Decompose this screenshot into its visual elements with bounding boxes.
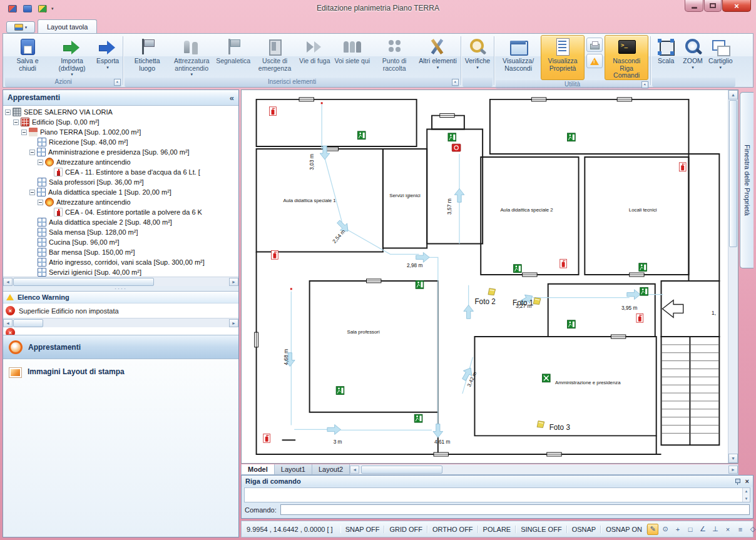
emergency-exit-icon[interactable] — [357, 131, 365, 140]
titlebar[interactable]: ▾ Editazione planimetria Piano TERRA × — [0, 0, 756, 19]
status-toggle-grid-off[interactable]: GRID OFF — [384, 526, 427, 533]
osnap-angle-icon[interactable]: ∠ — [697, 524, 708, 535]
expander-icon[interactable] — [38, 200, 43, 205]
tree-item[interactable]: Attrezzature antincendio — [3, 197, 238, 207]
scrollbar-thumb[interactable] — [361, 466, 442, 474]
tree-item[interactable]: Sala mensa [Sup. 128,00 m²] — [3, 227, 238, 237]
attrezzatura-antincendio-button[interactable]: Attrezzatura antincendio▾ — [170, 35, 213, 78]
assembly-point-icon[interactable] — [542, 374, 550, 382]
close-icon[interactable]: × — [745, 477, 749, 485]
command-panel-header[interactable]: Riga di comando × — [242, 476, 753, 487]
emergency-exit-icon[interactable] — [568, 320, 576, 329]
scroll-down-icon[interactable]: ▼ — [745, 497, 748, 501]
tab-layout-tavola[interactable]: Layout tavola — [38, 19, 97, 34]
tree-horizontal-scrollbar[interactable]: ◄ ► — [3, 277, 238, 286]
emergency-exit-icon[interactable] — [639, 263, 647, 272]
collapse-panel-button[interactable]: « — [230, 93, 234, 103]
warning-item-clipped[interactable]: × — [3, 327, 238, 335]
tree-item[interactable]: Ricezione [Sup. 48,00 m²] — [3, 137, 238, 147]
canvas-tab-model[interactable]: Model — [242, 464, 275, 474]
warning-item[interactable]: ×Superficie Edificio non impostata — [3, 303, 238, 318]
warning-horizontal-scrollbar[interactable]: ◄ ► — [3, 318, 238, 327]
etichetta-luogo-button[interactable]: Etichetta luogo — [125, 35, 169, 78]
expander-icon[interactable] — [5, 110, 11, 115]
importa-button[interactable]: Importa (dxf/dwg)▾ — [50, 35, 94, 78]
task-button-immagini-layout[interactable]: Immagini Layout di stampa — [3, 359, 238, 537]
maximize-button[interactable] — [704, 0, 722, 12]
altri-elementi-button[interactable]: Altri elementi▾ — [417, 35, 459, 78]
canvas-tab-layout1[interactable]: Layout1 — [275, 464, 312, 474]
status-toggle-osnap-on[interactable]: OSNAP ON — [601, 526, 647, 533]
panel-splitter[interactable]: ···· — [3, 286, 238, 291]
scroll-down-icon[interactable]: ▼ — [728, 454, 738, 463]
dialog-launcher-icon[interactable]: ▸ — [114, 79, 121, 86]
salva-e-chiudi-button[interactable]: Salva e chiudi — [6, 35, 49, 78]
emergency-exit-icon[interactable] — [448, 133, 456, 141]
scrollbar-thumb[interactable] — [729, 100, 737, 247]
tree-item[interactable]: Edificio [Sup. 0,00 m²] — [3, 117, 238, 127]
canvas-vertical-scrollbar[interactable]: ▲ ▼ — [728, 90, 738, 463]
emergency-exit-icon[interactable] — [414, 414, 422, 422]
qat-dropdown-icon[interactable]: ▾ — [51, 6, 54, 11]
osnap-center-icon[interactable]: ⊙ — [660, 524, 671, 535]
osnap-endpoint-icon[interactable]: □ — [685, 524, 696, 535]
expander-icon[interactable] — [21, 130, 27, 135]
task-button-apprestamenti[interactable]: Apprestamenti — [3, 335, 238, 359]
photo-icon[interactable] — [537, 421, 544, 428]
esporta-button[interactable]: Esporta▾ — [94, 35, 121, 78]
punto-di-raccolta-button[interactable]: Punto di raccolta — [372, 35, 416, 78]
tree-item[interactable]: Amministrazione e presidenza [Sup. 96,00… — [3, 147, 238, 157]
tree-item[interactable]: Aula didattica speciale 1 [Sup. 20,00 m²… — [3, 187, 238, 197]
visualizza-proprieta-button[interactable]: Visualizza Proprietà — [541, 35, 585, 80]
quick-save-button-button[interactable] — [21, 3, 34, 14]
voi-siete-qui-button[interactable]: Voi siete qui — [333, 35, 372, 78]
dialog-launcher-icon[interactable]: ▸ — [452, 79, 459, 86]
scroll-left-icon[interactable]: ◄ — [3, 319, 13, 327]
dialog-launcher-icon[interactable]: ▸ — [641, 81, 648, 88]
status-toggle-single-off[interactable]: SINGLE OFF — [516, 526, 566, 533]
scroll-up-icon[interactable]: ▲ — [728, 90, 738, 99]
floor-plan-drawing[interactable]: Aula didattica speciale 1Servizi igienic… — [245, 92, 728, 459]
expander-icon[interactable] — [38, 160, 43, 165]
status-toggle-osnap[interactable]: OSNAP — [567, 526, 601, 533]
extinguisher-icon[interactable] — [263, 434, 270, 442]
close-button[interactable]: × — [722, 0, 751, 12]
emergency-exit-icon[interactable] — [514, 265, 522, 273]
cartiglio-button[interactable]: Cartiglio▾ — [707, 35, 735, 78]
extinguisher-icon[interactable] — [679, 163, 686, 171]
extinguisher-icon[interactable] — [560, 259, 567, 268]
tree-item[interactable]: CEA - 04. Estintore portatile a polvere … — [3, 207, 238, 217]
hydrant-icon[interactable] — [452, 144, 461, 151]
draw-pencil-icon[interactable]: ✎ — [647, 524, 658, 535]
quick-edit-button-button[interactable] — [36, 3, 49, 14]
scrollbar-thumb[interactable] — [13, 319, 43, 327]
tree-item[interactable]: Bar mensa [Sup. 150,00 m²] — [3, 247, 238, 257]
expander-icon[interactable] — [29, 150, 35, 155]
pin-icon[interactable] — [734, 478, 741, 485]
history-scrollbar[interactable]: ▲▼ — [742, 488, 750, 502]
scroll-right-icon[interactable]: ► — [229, 278, 238, 286]
extinguisher-icon[interactable] — [636, 313, 643, 322]
photo-icon[interactable] — [488, 288, 496, 295]
application-menu-button[interactable]: ▾ — [6, 21, 35, 33]
command-input[interactable] — [280, 504, 750, 515]
status-toggle-polare[interactable]: POLARE — [478, 526, 516, 533]
scroll-left-icon[interactable]: ◄ — [350, 466, 359, 474]
tree-item[interactable]: Aula didattica speciale 2 [Sup. 48,00 m²… — [3, 217, 238, 227]
osnap-midpoint-icon[interactable]: ◇ — [747, 524, 756, 535]
scrollbar-thumb[interactable] — [13, 278, 154, 286]
visualizza-nascondi-button[interactable]: Visualizza/ Nascondi — [496, 35, 540, 80]
canvas-horizontal-scrollbar[interactable]: ◄ ► — [350, 464, 738, 474]
osnap-intersection-icon[interactable]: + — [672, 524, 683, 535]
tree-item[interactable]: Cucina [Sup. 96,00 m²] — [3, 237, 238, 247]
scroll-left-icon[interactable]: ◄ — [3, 278, 13, 286]
status-toggle-ortho-off[interactable]: ORTHO OFF — [427, 526, 478, 533]
floorplan-canvas[interactable]: Aula didattica speciale 1Servizi igienic… — [241, 89, 738, 464]
emergency-exit-icon[interactable] — [640, 287, 648, 295]
tree-item[interactable]: Servizi igienici [Sup. 40,00 m²] — [3, 267, 238, 277]
scroll-up-icon[interactable]: ▲ — [745, 489, 748, 493]
tree-item[interactable]: SEDE SALERNO VIA LORIA — [3, 107, 238, 117]
uscite-di-emergenza-button[interactable]: Uscite di emergenza — [253, 35, 297, 78]
photo-icon[interactable] — [533, 298, 541, 305]
tree-item[interactable]: CEA - 11. Estintore a base d'acqua da 6 … — [3, 167, 238, 177]
